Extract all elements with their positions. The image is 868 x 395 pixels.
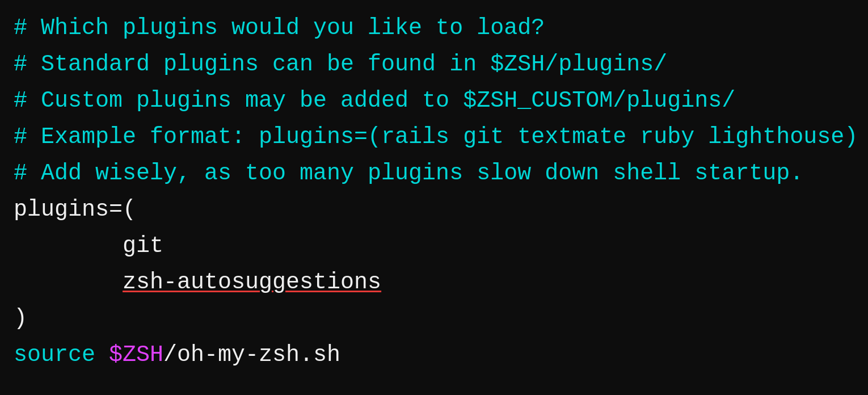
line-6: plugins=(	[14, 192, 854, 228]
line-11	[14, 373, 854, 395]
line-8: zsh-autosuggestions	[14, 264, 854, 301]
source-path: /oh-my-zsh.sh	[163, 342, 340, 368]
zsh-variable: $ZSH	[109, 342, 163, 368]
line-2: # Standard plugins can be found in $ZSH/…	[14, 47, 854, 83]
line-3: # Custom plugins may be added to $ZSH_CU…	[14, 83, 854, 119]
line-4: # Example format: plugins=(rails git tex…	[14, 119, 854, 156]
code-editor: # Which plugins would you like to load? …	[14, 10, 854, 395]
line-10: source $ZSH/oh-my-zsh.sh	[14, 337, 854, 373]
line-1: # Which plugins would you like to load?	[14, 10, 854, 47]
source-keyword: source	[14, 342, 109, 368]
line-5: # Add wisely, as too many plugins slow d…	[14, 156, 854, 192]
git-plugin: git	[123, 233, 163, 259]
line-9: )	[14, 301, 854, 337]
zsh-autosuggestions-plugin: zsh-autosuggestions	[123, 270, 381, 295]
line-7: git	[14, 228, 854, 264]
